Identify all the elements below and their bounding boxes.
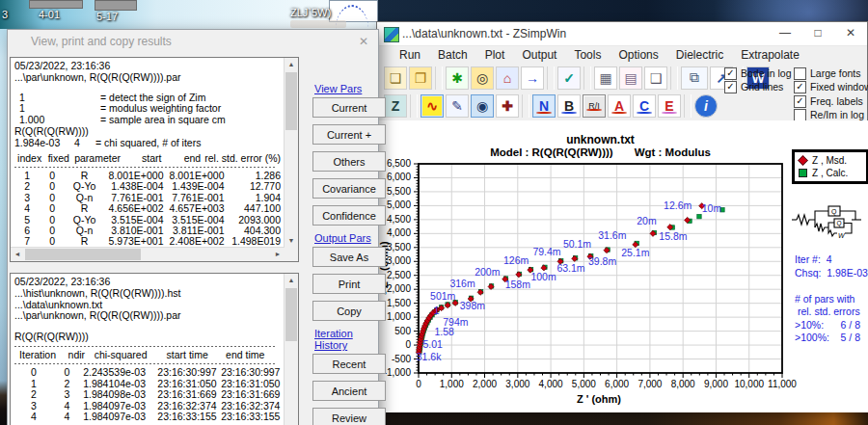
desktop-icon-thumbnail[interactable] [29,0,83,9]
zsimpwin-window: ...\data\unknown.txt - ZSimpWin — □ ✕ Ru… [376,21,868,412]
scroll-right-icon[interactable]: ► [271,248,285,261]
folder-find-icon[interactable]: ◎ [471,66,494,90]
menu-item-extrapolate[interactable]: Extrapolate [732,46,808,65]
clipboard-z-icon-glyph: Z [392,98,400,114]
scroll-down-icon[interactable]: ▼ [285,234,298,248]
checkbox-fixed-window[interactable]: ✓Fixed window [794,80,868,93]
close-button[interactable]: ✕ [834,22,867,44]
preview-eye-icon[interactable]: ◉ [471,94,494,118]
table-header-row: Iterationndirchi-squaredstart timeend ti… [14,350,283,360]
curve-decoration [662,112,676,114]
data-wave-icon[interactable]: ∿ [420,94,444,118]
next-arrow-icon[interactable]: → [521,66,544,90]
scroll-thumb[interactable] [25,249,141,260]
save-as-button[interactable]: Save As [312,247,386,267]
scroll-thumb[interactable] [285,72,297,130]
parameter-table-body: 10R8.001E+0008.001E+0001.28620Q-Yo1.438E… [14,171,283,258]
desktop-shortcut-thumbnail[interactable] [329,0,378,22]
results-dialog: View, print and copy results ✕ 05/23/202… [7,29,379,425]
folder-open-icon-glyph: ❐ [415,70,427,86]
print-button[interactable]: Print [312,274,386,294]
desktop-icon-label[interactable]: 3 [2,9,8,20]
checkbox-freq-labels[interactable]: ✓Freq. labels [794,94,863,108]
covariance-button[interactable]: Covariance [312,178,386,199]
copy-page-icon[interactable]: ❑ [644,66,667,90]
scroll-left-icon[interactable]: ◄ [11,248,24,261]
checkbox-grid-lines[interactable]: ✓Grid lines [724,80,783,93]
svg-text:Q: Q [837,220,842,227]
desktop-icon-label[interactable]: 4-01 [39,9,60,20]
current-button[interactable]: Current [312,97,386,118]
svg-text:0: 0 [416,379,421,389]
table-cell: 4 [14,203,41,214]
verify-icon[interactable]: ✓ [557,66,581,90]
column-header: rel. std. error (%) [203,153,283,164]
molecule-icon[interactable]: ✱ [446,66,469,90]
dual-screen-icon-glyph: ⧉ [690,69,699,86]
desktop-shortcut-label[interactable]: ZLJ`5W) [290,7,331,18]
menu-item-plot[interactable]: Plot [476,46,514,65]
home-icon[interactable]: ⌂ [496,66,519,90]
parameters-panel[interactable]: 05/23/2022, 23:16:36...\par\unknown, R(Q… [10,57,299,262]
copy-button[interactable]: Copy [312,301,386,321]
table-cell: 23:16:31:669 [219,389,283,400]
edit-params-icon[interactable]: ✎ [446,94,469,118]
maximize-button[interactable]: □ [801,22,834,44]
plot-bode-button[interactable]: B [557,94,581,118]
section-link-iteration-history[interactable]: Iteration History [314,328,388,351]
confidence-button[interactable]: Confidence [312,205,386,226]
parameters-hscrollbar[interactable]: ◄ ► [11,247,285,261]
folder-open-icon[interactable]: ❐ [409,66,432,90]
desktop-icon-thumbnail[interactable] [95,0,137,11]
minimize-button[interactable]: — [769,22,801,44]
pan-arrows-icon[interactable]: ✚ [496,94,519,118]
svg-text:11,000: 11,000 [768,379,797,389]
scroll-thumb[interactable] [285,288,297,341]
table-cell: 23:16:33:155 [219,412,283,422]
recent-button[interactable]: Recent [312,354,386,374]
scroll-up-icon[interactable]: ▲ [285,58,298,71]
parameters-vscrollbar[interactable]: ▲ ▼ [284,58,298,261]
svg-text:79.4m: 79.4m [532,246,560,257]
menu-item-tools[interactable]: Tools [565,46,610,65]
dialog-titlebar[interactable]: View, print and copy results ✕ [8,30,378,54]
info-icon[interactable]: i [694,94,718,118]
desktop-icon-label[interactable]: 5-17 [96,11,118,22]
print-report-icon[interactable]: ▤ [619,66,642,90]
scroll-up-icon[interactable]: ▲ [285,274,298,287]
menu-item-batch[interactable]: Batch [429,46,476,65]
menu-item-output[interactable]: Output [513,46,565,65]
current--button[interactable]: Current + [312,124,386,145]
review-button[interactable]: Review [312,408,386,425]
plot-e-button[interactable]: E [658,94,681,118]
table-cell: 1.984097e-03 [81,412,155,422]
menu-item-options[interactable]: Options [610,46,666,65]
section-link-output-pars[interactable]: Output Pars [314,232,388,244]
ancient-button[interactable]: Ancient [312,381,386,401]
plot-nyquist-button[interactable]: N [532,94,556,118]
dual-screen-icon[interactable]: ⧉ [681,66,708,90]
plot-a-button[interactable]: A [608,94,631,118]
section-link-view-pars[interactable]: View Pars [314,83,388,94]
menu-item-dielectric[interactable]: Dielectric [667,46,732,65]
desktop-wallpaper-space [376,0,868,21]
column-header: parameter [72,153,122,164]
others-button[interactable]: Others [312,151,386,172]
svg-text:2,000: 2,000 [387,283,411,294]
history-panel[interactable]: 05/23/2022, 23:16:36...\hist\unknown, R(… [10,273,299,425]
column-header: end [163,153,203,164]
print-icon[interactable]: ▦ [594,66,617,90]
svg-text:7,000: 7,000 [637,379,662,389]
history-vscrollbar[interactable]: ▲ ▼ [284,274,298,425]
window-titlebar[interactable]: ...\data\unknown.txt - ZSimpWin — □ ✕ [377,22,867,46]
checkbox-bode-in-log[interactable]: ✓Bode in log [724,66,792,80]
svg-text:501m: 501m [430,290,456,302]
checkbox-re-im-in-log[interactable]: Re/Im in log [794,108,864,121]
menu-item-run[interactable]: Run [391,46,429,65]
plot-ri-button[interactable]: R/I [583,94,606,118]
svg-text:Model : R(Q(R(Q(RW))))Wgt : Mo: Model : R(Q(R(Q(RW))))Wgt : Modulus [490,146,711,158]
svg-text:4,000: 4,000 [539,379,563,389]
plot-c-button[interactable]: C [633,94,656,118]
dialog-close-icon[interactable]: ✕ [355,33,372,50]
checkbox-large-fonts[interactable]: Large fonts [794,66,861,80]
